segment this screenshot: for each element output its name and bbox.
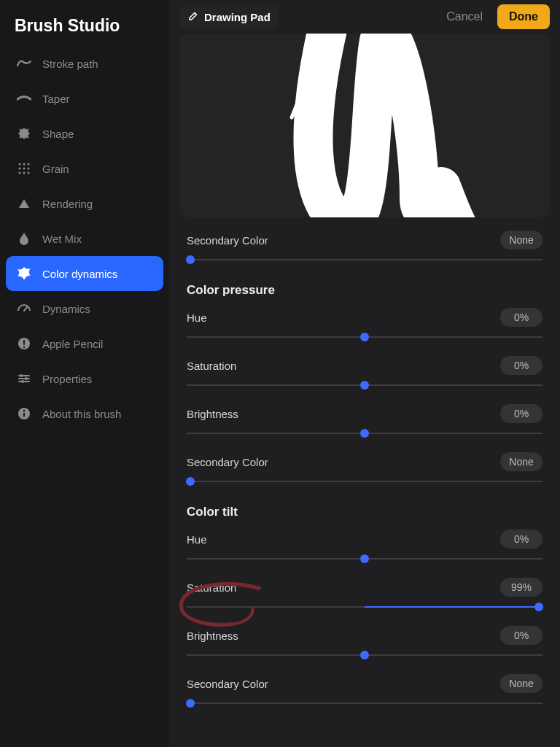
svg-point-9 <box>28 172 30 174</box>
sidebar-item-properties[interactable]: Properties <box>6 361 163 396</box>
value-cp-saturation: 0% <box>500 356 542 375</box>
svg-point-2 <box>23 163 26 166</box>
svg-rect-12 <box>23 340 25 345</box>
svg-rect-22 <box>23 413 25 417</box>
svg-point-7 <box>19 172 21 174</box>
grain-icon <box>16 160 32 177</box>
sidebar-item-label: Wet Mix <box>42 233 82 245</box>
value-ct-brightness: 0% <box>500 626 542 645</box>
slider-ct-brightness[interactable] <box>187 648 542 662</box>
svg-point-17 <box>20 374 23 377</box>
svg-point-4 <box>19 168 21 170</box>
label-cp-brightness: Brightness <box>187 408 238 420</box>
svg-point-13 <box>23 347 25 348</box>
sidebar-items: Stroke path Taper Shape Grain <box>0 46 169 431</box>
slider-ct-saturation[interactable] <box>187 600 542 614</box>
label-cp-secondary: Secondary Color <box>187 456 268 468</box>
brush-stroke-preview <box>248 34 481 217</box>
sidebar-item-label: Shape <box>42 128 74 140</box>
sidebar-item-dynamics[interactable]: Dynamics <box>6 291 163 326</box>
slider-cp-secondary[interactable] <box>187 474 542 489</box>
value-secondary-color: None <box>500 231 542 249</box>
sidebar-item-stroke-path[interactable]: Stroke path <box>6 46 163 81</box>
label-cp-saturation: Saturation <box>187 360 236 372</box>
properties-icon <box>16 371 32 387</box>
value-cp-hue: 0% <box>500 308 542 327</box>
brush-preview-canvas[interactable] <box>179 34 550 217</box>
app-root: Brush Studio Stroke path Taper Shape <box>0 0 560 747</box>
row-secondary-color-top: Secondary Color None <box>187 231 542 249</box>
sidebar-item-label: Rendering <box>42 198 93 210</box>
value-ct-secondary: None <box>500 674 542 693</box>
slider-ct-hue[interactable] <box>187 551 542 566</box>
cancel-button[interactable]: Cancel <box>439 6 490 28</box>
sidebar-item-label: Dynamics <box>42 303 90 315</box>
sidebar-item-label: Apple Pencil <box>42 338 103 350</box>
row-ct-brightness: Brightness 0% <box>187 626 542 645</box>
topbar: Drawing Pad Cancel Done <box>169 0 560 34</box>
sidebar-item-taper[interactable]: Taper <box>6 81 163 116</box>
sidebar-item-label: Grain <box>42 163 69 175</box>
sidebar-item-about[interactable]: About this brush <box>6 396 163 431</box>
svg-point-3 <box>28 163 30 166</box>
svg-line-10 <box>24 306 28 311</box>
sidebar-item-label: Taper <box>42 93 70 105</box>
heading-color-pressure: Color pressure <box>187 283 542 298</box>
label-ct-hue: Hue <box>187 533 207 546</box>
value-ct-saturation: 99% <box>500 578 542 597</box>
value-cp-brightness: 0% <box>500 404 542 423</box>
sidebar-item-label: About this brush <box>42 408 121 420</box>
drawing-pad-label: Drawing Pad <box>204 11 271 23</box>
sidebar-item-label: Color dynamics <box>42 268 117 280</box>
svg-point-18 <box>25 377 28 380</box>
controls-scroll[interactable]: Secondary Color None Color pressure Hue … <box>169 231 560 747</box>
sidebar-item-label: Stroke path <box>42 58 98 70</box>
info-icon <box>16 406 32 422</box>
sidebar-item-color-dynamics[interactable]: Color dynamics <box>6 256 163 291</box>
taper-icon <box>16 90 32 107</box>
drawing-pad-button[interactable]: Drawing Pad <box>179 5 279 28</box>
sidebar-title: Brush Studio <box>0 16 169 46</box>
row-ct-hue: Hue 0% <box>187 530 542 549</box>
sidebar-item-grain[interactable]: Grain <box>6 151 163 186</box>
svg-point-5 <box>23 168 26 170</box>
rendering-icon <box>16 196 32 212</box>
row-ct-saturation: Saturation 99% <box>187 578 542 597</box>
sidebar-item-apple-pencil[interactable]: Apple Pencil <box>6 326 163 361</box>
row-cp-secondary: Secondary Color None <box>187 452 542 471</box>
label-ct-saturation: Saturation <box>187 581 236 594</box>
sidebar-item-shape[interactable]: Shape <box>6 116 163 151</box>
row-ct-secondary: Secondary Color None <box>187 674 542 693</box>
main-panel: Drawing Pad Cancel Done Secondary Color … <box>169 0 560 747</box>
sidebar-item-rendering[interactable]: Rendering <box>6 186 163 221</box>
slider-ct-secondary[interactable] <box>187 696 542 711</box>
svg-point-8 <box>23 172 26 174</box>
label-ct-secondary: Secondary Color <box>187 678 268 690</box>
row-cp-hue: Hue 0% <box>187 308 542 327</box>
slider-cp-hue[interactable] <box>187 330 542 344</box>
slider-secondary-color-top[interactable] <box>187 252 542 267</box>
svg-point-19 <box>21 380 24 383</box>
edit-icon <box>188 11 198 23</box>
shape-icon <box>16 125 32 142</box>
slider-cp-saturation[interactable] <box>187 378 542 392</box>
stroke-path-icon <box>16 55 32 71</box>
svg-marker-0 <box>18 128 30 139</box>
row-cp-saturation: Saturation 0% <box>187 356 542 375</box>
row-cp-brightness: Brightness 0% <box>187 404 542 423</box>
wet-mix-icon <box>16 231 32 247</box>
sidebar-item-wet-mix[interactable]: Wet Mix <box>6 221 163 256</box>
value-ct-hue: 0% <box>500 530 542 549</box>
slider-cp-brightness[interactable] <box>187 426 542 441</box>
sidebar: Brush Studio Stroke path Taper Shape <box>0 0 169 747</box>
svg-point-21 <box>23 410 25 411</box>
apple-pencil-icon <box>16 336 32 352</box>
value-cp-secondary: None <box>500 452 542 471</box>
color-dynamics-icon <box>16 266 32 282</box>
heading-color-tilt: Color tilt <box>187 505 542 519</box>
sidebar-item-label: Properties <box>42 373 92 385</box>
done-button[interactable]: Done <box>497 4 550 29</box>
label-cp-hue: Hue <box>187 311 207 324</box>
svg-point-1 <box>19 163 21 166</box>
svg-point-6 <box>28 168 30 170</box>
